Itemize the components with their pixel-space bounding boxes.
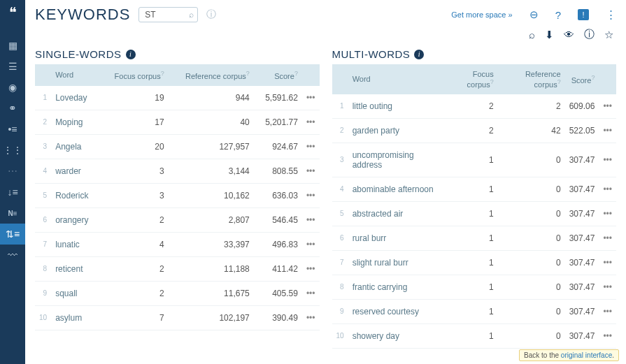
row-focus: 1 xyxy=(444,143,498,177)
single-info-icon[interactable]: i xyxy=(126,50,136,59)
row-actions-icon[interactable]: ••• xyxy=(302,159,320,183)
row-actions-icon[interactable]: ••• xyxy=(599,323,616,348)
row-focus: 2 xyxy=(100,208,169,232)
row-score: 546.45 xyxy=(254,208,302,232)
feedback-icon[interactable]: ! xyxy=(578,9,589,20)
row-ref: 11,188 xyxy=(169,256,254,281)
star-icon[interactable]: ☆ xyxy=(604,29,613,41)
row-index: 7 xyxy=(35,232,51,256)
row-word: Moping xyxy=(51,110,100,134)
logo-icon: ❝ xyxy=(9,4,17,21)
row-actions-icon[interactable]: ••• xyxy=(302,208,320,232)
row-ref: 0 xyxy=(498,143,565,177)
more-icon[interactable]: ⋮ xyxy=(606,8,616,21)
row-actions-icon[interactable]: ••• xyxy=(599,275,616,299)
nav-indent-icon[interactable]: •≡ xyxy=(0,119,25,140)
row-score: 636.03 xyxy=(254,183,302,208)
table-row[interactable]: 4warder33,144808.55••• xyxy=(35,159,320,183)
info-icon[interactable]: ⓘ xyxy=(206,8,216,21)
row-focus: 1 xyxy=(444,201,498,226)
row-focus: 1 xyxy=(444,250,498,275)
nav-grid-icon[interactable]: ▦ xyxy=(0,35,25,56)
row-word: showery day xyxy=(348,323,444,348)
table-row[interactable]: 8reticent211,188411.42••• xyxy=(35,256,320,281)
table-row[interactable]: 9reserved courtesy10307.47••• xyxy=(332,299,617,323)
row-ref: 0 xyxy=(498,177,565,201)
row-score: 924.67 xyxy=(254,134,302,159)
row-focus: 1 xyxy=(444,275,498,299)
row-actions-icon[interactable]: ••• xyxy=(599,94,616,119)
search-icon[interactable]: ⌕ xyxy=(189,10,194,20)
table-row[interactable]: 1Loveday199445,591.62••• xyxy=(35,86,320,110)
nav-downrank-icon[interactable]: ↓≡ xyxy=(0,182,25,203)
row-actions-icon[interactable]: ••• xyxy=(302,305,320,330)
table-row[interactable]: 2Moping17405,201.77••• xyxy=(35,110,320,134)
help-icon[interactable]: ? xyxy=(555,9,561,21)
nav-dim-icon[interactable]: ⋯ xyxy=(0,161,25,182)
row-actions-icon[interactable]: ••• xyxy=(599,177,616,201)
table-row[interactable]: 6rural burr10307.47••• xyxy=(332,226,617,250)
table-row[interactable]: 7lunatic433,397496.83••• xyxy=(35,232,320,256)
row-actions-icon[interactable]: ••• xyxy=(302,86,320,110)
header: KEYWORDS ⌕ ⓘ Get more space » ⊖ ? ! ⋮ xyxy=(25,0,626,27)
row-index: 3 xyxy=(332,143,348,177)
row-score: 307.47 xyxy=(565,323,599,348)
table-row[interactable]: 6orangery22,807546.45••• xyxy=(35,208,320,232)
row-ref: 0 xyxy=(498,226,565,250)
row-actions-icon[interactable]: ••• xyxy=(599,250,616,275)
row-actions-icon[interactable]: ••• xyxy=(302,232,320,256)
table-row[interactable]: 10asylum7102,197390.49••• xyxy=(35,305,320,330)
table-row[interactable]: 3uncompromising address10307.47••• xyxy=(332,143,617,177)
row-actions-icon[interactable]: ••• xyxy=(599,299,616,323)
row-actions-icon[interactable]: ••• xyxy=(302,183,320,208)
table-row[interactable]: 2garden party242522.05••• xyxy=(332,118,617,143)
row-focus: 2 xyxy=(444,94,498,119)
info2-icon[interactable]: ⓘ xyxy=(584,28,595,41)
row-focus: 2 xyxy=(100,256,169,281)
nav-rings-icon[interactable]: ⚭ xyxy=(0,98,25,119)
row-actions-icon[interactable]: ••• xyxy=(302,110,320,134)
link-icon[interactable]: ⊖ xyxy=(529,8,539,21)
row-index: 10 xyxy=(332,323,348,348)
table-row[interactable]: 3Angela20127,957924.67••• xyxy=(35,134,320,159)
col-ref: Reference corpus xyxy=(525,70,561,89)
table-row[interactable]: 5abstracted air10307.47••• xyxy=(332,201,617,226)
table-row[interactable]: 5Roderick310,162636.03••• xyxy=(35,183,320,208)
col-focus: Focus corpus xyxy=(115,72,161,80)
row-actions-icon[interactable]: ••• xyxy=(599,226,616,250)
table-row[interactable]: 9squall211,675405.59••• xyxy=(35,281,320,305)
row-word: slight rural burr xyxy=(348,250,444,275)
row-actions-icon[interactable]: ••• xyxy=(599,201,616,226)
row-actions-icon[interactable]: ••• xyxy=(302,256,320,281)
row-actions-icon[interactable]: ••• xyxy=(599,143,616,177)
row-word: reticent xyxy=(51,256,100,281)
row-actions-icon[interactable]: ••• xyxy=(599,118,616,143)
table-row[interactable]: 4abominable afternoon10307.47••• xyxy=(332,177,617,201)
row-actions-icon[interactable]: ••• xyxy=(302,134,320,159)
nav-trend-icon[interactable]: 〰 xyxy=(0,245,25,265)
multi-info-icon[interactable]: i xyxy=(414,50,424,59)
zoom-icon[interactable]: ⌕ xyxy=(529,29,535,41)
multi-words-title: MULTI-WORDS xyxy=(332,48,411,60)
row-ref: 2,807 xyxy=(169,208,254,232)
row-actions-icon[interactable]: ••• xyxy=(302,281,320,305)
table-row[interactable]: 10showery day10307.47••• xyxy=(332,323,617,348)
eye-icon[interactable]: 👁 xyxy=(564,29,574,41)
nav-target-icon[interactable]: ◉ xyxy=(0,77,25,98)
nav-list-icon[interactable]: ☰ xyxy=(0,56,25,77)
nav-keywords-icon[interactable]: ⇅≡ xyxy=(0,224,25,245)
row-ref: 102,197 xyxy=(169,305,254,330)
get-more-space-link[interactable]: Get more space » xyxy=(451,10,512,19)
footer-link[interactable]: Back to the original interface. xyxy=(519,349,619,361)
row-index: 8 xyxy=(35,256,51,281)
table-row[interactable]: 1little outing22609.06••• xyxy=(332,94,617,119)
row-ref: 944 xyxy=(169,86,254,110)
nav-levels-icon[interactable]: ⋮⋮ xyxy=(0,140,25,161)
row-focus: 3 xyxy=(100,183,169,208)
nav-ne-icon[interactable]: N≡ xyxy=(0,203,25,224)
table-row[interactable]: 7slight rural burr10307.47••• xyxy=(332,250,617,275)
row-focus: 3 xyxy=(100,159,169,183)
table-row[interactable]: 8frantic carrying10307.47••• xyxy=(332,275,617,299)
row-ref: 0 xyxy=(498,275,565,299)
download-icon[interactable]: ⬇ xyxy=(545,29,554,41)
